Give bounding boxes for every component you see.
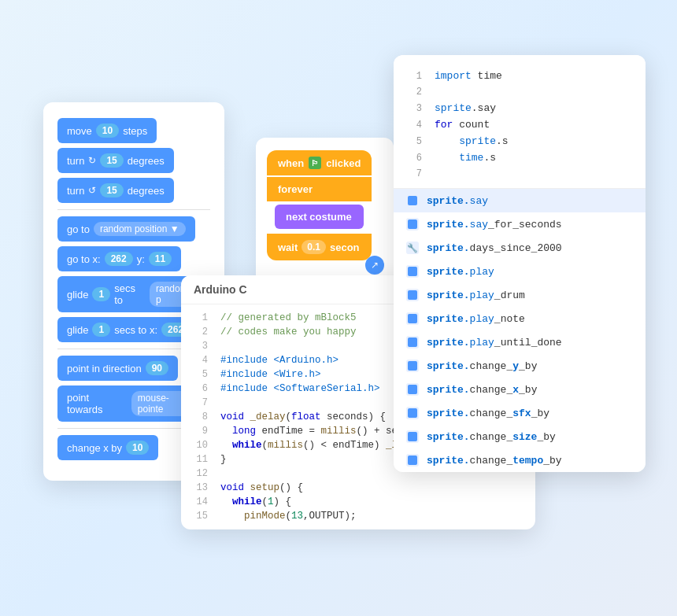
block-event-whenflag[interactable]: when 🏳 clicked — [267, 150, 372, 175]
block-goto-x-value[interactable]: 262 — [105, 252, 133, 266]
ac-item-play-note[interactable]: sprite.play_note — [394, 307, 646, 330]
block-point-towards-label: point towards — [67, 392, 128, 415]
aln-10: 10 — [194, 440, 208, 451]
block-change-x[interactable]: change x by 10 — [57, 435, 158, 460]
block-goto-y-value[interactable]: 11 — [149, 252, 172, 266]
block-turn-ccw-value[interactable]: 15 — [100, 183, 123, 197]
ac-item-change-x[interactable]: sprite.change_x_by — [394, 378, 646, 401]
aln-3: 3 — [194, 341, 208, 352]
forever-label: forever — [278, 183, 313, 195]
block-divider-1 — [57, 209, 210, 210]
block-turn-cw[interactable]: turn ↻ 15 degrees — [57, 148, 174, 173]
ac-icon-change-sfx — [406, 407, 419, 419]
ac-icon-say-for-seconds — [406, 218, 419, 231]
block-glide-xy-mid: secs to x: — [114, 324, 157, 336]
block-point-direction-value[interactable]: 90 — [146, 361, 168, 375]
autocomplete-panel: 1 import time 2 3 sprite.say 4 for count… — [394, 55, 646, 472]
turn-ccw-icon: ↺ — [88, 185, 96, 196]
ac-text-play-note: sprite.play_note — [427, 313, 525, 325]
ac-item-play-drum[interactable]: sprite.play_drum — [394, 283, 646, 307]
aln-6: 6 — [194, 383, 208, 394]
ac-item-change-tempo[interactable]: sprite.change_tempo_by — [394, 448, 646, 472]
code-line-7: 7 — [409, 166, 630, 182]
block-point-direction[interactable]: point in direction 90 — [57, 356, 178, 381]
aln-8: 8 — [194, 411, 208, 422]
ac-text-play-drum: sprite.play_drum — [427, 290, 525, 301]
block-change-x-label: change x by — [67, 442, 122, 454]
ac-icon-say — [406, 194, 419, 207]
ac-text-change-sfx: sprite.change_sfx_by — [427, 408, 549, 419]
ac-text-say: sprite.say — [427, 195, 488, 207]
code-content-5: #include <Wire.h> — [220, 369, 321, 380]
ac-icon-change-size — [406, 430, 419, 443]
ac-text-play: sprite.play — [427, 266, 494, 278]
line-num-1: 1 — [409, 71, 422, 82]
line-num-5: 5 — [409, 136, 422, 147]
code-line-3: 3 sprite.say — [409, 100, 630, 116]
block-change-x-value[interactable]: 10 — [126, 441, 149, 455]
ac-item-play-until-done[interactable]: sprite.play_until_done — [394, 330, 646, 354]
ac-item-say-for-seconds[interactable]: sprite.say_for_seconds — [394, 212, 646, 236]
code-content-6: #include <SoftwareSerial.h> — [220, 383, 380, 394]
ac-text-change-x: sprite.change_x_by — [427, 384, 537, 396]
block-move-label: move — [67, 125, 92, 137]
code-content-1: // generated by mBlock5 — [220, 312, 357, 323]
ac-item-change-y[interactable]: sprite.change_y_by — [394, 354, 646, 378]
aln-12: 12 — [194, 468, 208, 479]
code-content-2: // codes make you happy — [220, 326, 357, 338]
wait-value[interactable]: 0.1 — [302, 240, 326, 254]
aln-4: 4 — [194, 355, 208, 366]
ac-item-change-sfx[interactable]: sprite.change_sfx_by — [394, 401, 646, 425]
code-text-4: for count — [435, 119, 490, 131]
block-move-value[interactable]: 10 — [96, 124, 119, 138]
stage-panel: when 🏳 clicked forever next costume wait… — [256, 138, 394, 284]
code-content-11: } — [220, 454, 227, 465]
block-turn-cw-value[interactable]: 15 — [100, 153, 123, 168]
event-clicked-label: clicked — [326, 157, 361, 169]
block-move[interactable]: move 10 steps — [57, 118, 157, 143]
block-goto-random[interactable]: go to random position ▼ — [57, 216, 195, 242]
ac-text-say-for-seconds: sprite.say_for_seconds — [427, 219, 562, 231]
code-content-15: pinMode(13,OUTPUT); — [220, 511, 357, 522]
code-line-6: 6 time.s — [409, 149, 630, 166]
block-goto-xy[interactable]: go to x: 262 y: 11 — [57, 246, 181, 271]
ac-item-change-size[interactable]: sprite.change_size_by — [394, 425, 646, 448]
block-turn-ccw[interactable]: turn ↺ 15 degrees — [57, 178, 174, 203]
autocomplete-list: sprite.say sprite.say_for_seconds 🔧 spri… — [394, 188, 646, 472]
line-num-7: 7 — [409, 168, 422, 179]
block-goto-random-dropdown[interactable]: random position ▼ — [94, 222, 186, 236]
ac-item-say[interactable]: sprite.say — [394, 189, 646, 212]
ac-icon-play — [406, 265, 419, 278]
code-content-13: void setup() { — [220, 482, 303, 493]
block-glide-random-secs[interactable]: 1 — [92, 287, 110, 301]
line-num-2: 2 — [409, 87, 422, 98]
line-num-6: 6 — [409, 153, 422, 164]
code-text-3: sprite.say — [435, 102, 496, 114]
code-text-6: time.s — [435, 152, 496, 164]
line-num-4: 4 — [409, 120, 422, 131]
green-flag-icon: 🏳 — [309, 157, 321, 169]
code-text-1: import time — [435, 70, 502, 82]
block-next-costume[interactable]: next costume — [275, 205, 364, 229]
wait-label: wait — [278, 242, 298, 253]
arduino-line-15: 15 pinMode(13,OUTPUT); — [181, 509, 535, 523]
block-goto-y-label: y: — [137, 253, 145, 265]
arduino-title: Arduino C — [194, 283, 247, 296]
line-num-3: 3 — [409, 103, 422, 114]
ac-icon-change-tempo — [406, 454, 419, 467]
code-line-5: 5 sprite.s — [409, 133, 630, 149]
code-text-5: sprite.s — [435, 135, 509, 147]
ac-text-change-size: sprite.change_size_by — [427, 431, 556, 443]
ac-item-days-since-2000[interactable]: 🔧 sprite.days_since_2000 — [394, 236, 646, 260]
ac-item-play[interactable]: sprite.play — [394, 260, 646, 283]
block-goto-xy-label: go to x: — [67, 253, 101, 265]
block-glide-xy-secs[interactable]: 1 — [92, 323, 110, 337]
block-forever[interactable]: forever — [267, 177, 372, 201]
block-turn-cw-label: turn — [67, 155, 84, 167]
expand-arrow-icon[interactable]: ↗ — [365, 256, 384, 275]
ac-icon-play-drum — [406, 289, 419, 301]
block-glide-xy-label: glide — [67, 324, 88, 336]
block-turn-ccw-suffix: degrees — [128, 185, 165, 197]
code-content-4: #include <Arduino.h> — [220, 355, 338, 366]
block-wait[interactable]: wait 0.1 secon — [267, 234, 372, 260]
